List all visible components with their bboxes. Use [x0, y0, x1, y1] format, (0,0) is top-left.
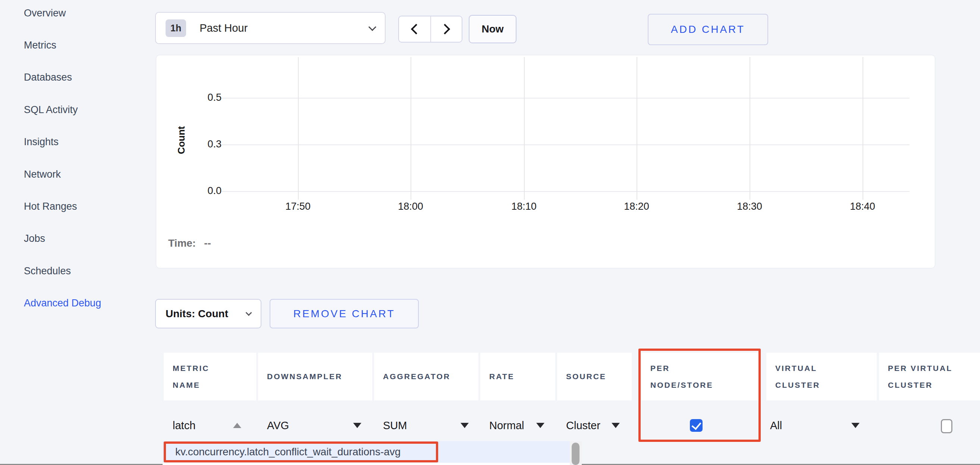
dropdown-scrollbar-track[interactable]: [570, 441, 582, 465]
x-tick-1800: 18:00: [388, 201, 433, 213]
col-header-downsampler: DOWNSAMPLER: [258, 353, 372, 400]
sidebar-item-overview[interactable]: Overview: [24, 0, 151, 29]
triangle-down-icon: [851, 423, 859, 428]
sidebar-item-hot-ranges[interactable]: Hot Ranges: [24, 190, 151, 222]
x-tick-1830: 18:30: [727, 201, 772, 213]
triangle-down-icon: [612, 423, 620, 428]
chart-metric-row: latch AVG SUM Normal Cluster All: [0, 411, 980, 440]
y-tick-0.5: 0.5: [196, 92, 221, 103]
metric-name-input[interactable]: latch: [173, 419, 196, 432]
chevron-down-icon: [368, 23, 376, 30]
y-axis-label: Count: [176, 126, 187, 154]
col-header-per-node-store: PER NODE/STORE: [641, 353, 759, 400]
metric-suggestion-item[interactable]: kv.concurrency.latch_conflict_wait_durat…: [162, 441, 570, 463]
sidebar-item-insights[interactable]: Insights: [24, 126, 151, 158]
time-value: --: [204, 237, 211, 249]
source-value: Cluster: [566, 419, 600, 432]
sidebar-nav: Overview Metrics Databases SQL Activity …: [24, 0, 151, 320]
triangle-down-icon: [461, 423, 469, 428]
rate-value: Normal: [489, 419, 524, 432]
now-button[interactable]: Now: [469, 15, 517, 43]
per-virtual-cluster-checkbox[interactable]: [941, 419, 952, 433]
gridline-vertical: [298, 57, 299, 200]
triangle-down-icon: [536, 423, 544, 428]
sidebar-item-network[interactable]: Network: [24, 158, 151, 190]
virtual-cluster-select[interactable]: All: [766, 411, 877, 440]
sidebar-item-metrics[interactable]: Metrics: [24, 29, 151, 61]
remove-chart-button[interactable]: REMOVE CHART: [270, 299, 419, 328]
chevron-left-icon: [411, 24, 422, 34]
source-select[interactable]: Cluster: [557, 411, 632, 440]
triangle-up-icon[interactable]: [233, 423, 241, 428]
gridline-vertical: [410, 57, 411, 200]
gridline-horizontal: [221, 191, 910, 192]
prev-time-button[interactable]: [399, 16, 430, 42]
metric-suggestion-text: kv.concurrency.latch_conflict_wait_durat…: [175, 446, 401, 458]
x-tick-1750: 17:50: [275, 201, 320, 213]
x-tick-1810: 18:10: [501, 201, 546, 213]
triangle-down-icon: [353, 423, 361, 428]
downsampler-select[interactable]: AVG: [258, 411, 372, 440]
time-range-label: Past Hour: [199, 22, 369, 34]
chevron-down-icon: [246, 309, 252, 316]
hover-time-readout: Time:--: [168, 237, 211, 249]
col-header-rate: RATE: [480, 353, 555, 400]
chevron-right-icon: [440, 24, 450, 34]
gridline-vertical: [749, 57, 750, 200]
y-tick-0.0: 0.0: [196, 185, 221, 197]
aggregator-select[interactable]: SUM: [374, 411, 479, 440]
units-selector[interactable]: Units: Count: [155, 299, 261, 328]
next-time-button[interactable]: [430, 16, 462, 42]
virtual-cluster-value: All: [770, 419, 782, 432]
x-tick-1840: 18:40: [840, 201, 885, 213]
gridline-vertical: [636, 57, 637, 200]
time-step-buttons: [398, 16, 462, 43]
col-header-aggregator: AGGREGATOR: [374, 353, 479, 400]
gridline-horizontal: [221, 144, 910, 145]
col-header-per-virtual-cluster: PER VIRTUAL CLUSTER: [879, 353, 980, 400]
per-node-store-checkbox[interactable]: [690, 419, 703, 432]
sidebar-item-schedules[interactable]: Schedules: [24, 255, 151, 287]
y-tick-0.3: 0.3: [196, 139, 221, 150]
dropdown-scrollbar-thumb[interactable]: [572, 443, 579, 465]
units-label: Units: Count: [165, 308, 228, 320]
metric-suggestion-dropdown: kv.concurrency.latch_conflict_wait_durat…: [162, 441, 582, 465]
col-header-source: SOURCE: [557, 353, 632, 400]
downsampler-value: AVG: [267, 419, 289, 432]
sidebar-item-jobs[interactable]: Jobs: [24, 223, 151, 255]
time-range-badge: 1h: [165, 19, 186, 37]
x-tick-1820: 18:20: [614, 201, 659, 213]
col-header-virtual-cluster: VIRTUAL CLUSTER: [766, 353, 877, 400]
metric-name-cell: latch: [164, 411, 256, 440]
sidebar-item-advanced-debug[interactable]: Advanced Debug: [24, 288, 151, 320]
sidebar-item-databases[interactable]: Databases: [24, 62, 151, 94]
time-label: Time:: [168, 237, 196, 249]
add-chart-button[interactable]: ADD CHART: [648, 14, 768, 45]
per-virtual-cluster-cell: [879, 411, 980, 440]
custom-chart-panel: Count 0.5 0.3 0.0 17:50 18:00 18:10 18:2…: [156, 55, 935, 268]
per-node-store-cell: [641, 411, 759, 440]
rate-select[interactable]: Normal: [480, 411, 555, 440]
col-header-metric-name: METRIC NAME: [164, 353, 256, 400]
time-range-selector[interactable]: 1h Past Hour: [155, 12, 386, 44]
gridline-horizontal: [221, 98, 910, 99]
aggregator-value: SUM: [383, 419, 407, 432]
gridline-vertical: [862, 57, 863, 200]
gridline-vertical: [524, 57, 525, 200]
sidebar-item-sql-activity[interactable]: SQL Activity: [24, 94, 151, 126]
